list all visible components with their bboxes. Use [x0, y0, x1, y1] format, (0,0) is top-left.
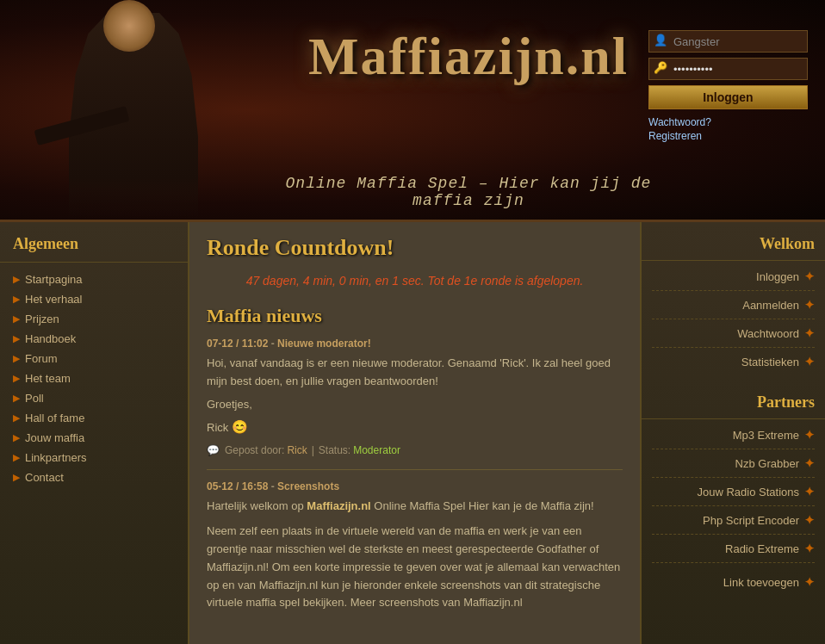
right-item-radio-stations[interactable]: Jouw Radio Stations ✦ — [642, 481, 825, 502]
comment-icon: 💬 — [207, 444, 220, 456]
right-sidebar: Welkom Inloggen ✦ Aanmelden ✦ Wachtwoord… — [640, 222, 825, 644]
arrow-icon: ▶ — [13, 274, 20, 285]
arrow-icon: ▶ — [13, 432, 20, 443]
lock-icon: 🔑 — [654, 61, 669, 77]
site-name: Maffiazijn.nl — [284, 26, 653, 87]
arrow-icon: ▶ — [13, 333, 20, 344]
news-footer-1: 💬 Gepost door: Rick | Status: Moderator — [207, 444, 623, 456]
arrow-icon: ▶ — [13, 472, 20, 483]
right-divider — [652, 449, 815, 449]
news-title: Maffia nieuws — [207, 305, 623, 327]
password-input[interactable] — [673, 63, 794, 76]
right-divider — [652, 562, 815, 563]
sidebar: Algemeen ▶ Startpagina ▶ Het verhaal ▶ P… — [0, 222, 189, 644]
sidebar-item-prijzen[interactable]: ▶ Prijzen — [0, 309, 188, 329]
password-row: 🔑 — [648, 58, 808, 80]
right-item-nzb[interactable]: Nzb Grabber ✦ — [642, 453, 825, 474]
sidebar-item-startpagina[interactable]: ▶ Startpagina — [0, 269, 188, 289]
right-item-mp3[interactable]: Mp3 Extreme ✦ — [642, 424, 825, 445]
main-container: Algemeen ▶ Startpagina ▶ Het verhaal ▶ P… — [0, 222, 825, 644]
site-logo: Maffiazijn.nl — [284, 26, 653, 87]
arrow-icon: ▶ — [13, 353, 20, 364]
partners-section: Partners Mp3 Extreme ✦ Nzb Grabber ✦ Jou… — [642, 389, 825, 592]
username-row: 👤 — [648, 30, 808, 53]
right-item-wachtwoord[interactable]: Wachtwoord ✦ — [642, 323, 825, 344]
right-dot: ✦ — [804, 269, 815, 283]
sidebar-item-jouw-maffia[interactable]: ▶ Jouw maffia — [0, 428, 188, 448]
right-dot: ✦ — [804, 513, 815, 527]
right-item-link-toevoegen[interactable]: Link toevoegen ✦ — [642, 572, 825, 592]
sidebar-item-het-team[interactable]: ▶ Het team — [0, 368, 188, 388]
header: Maffiazijn.nl Online Maffia Spel – Hier … — [0, 0, 825, 222]
news-body-1: Hoi, vanaf vandaag is er een nieuwe mode… — [207, 355, 623, 437]
right-divider — [652, 319, 815, 319]
right-dot: ✦ — [804, 355, 815, 368]
right-item-statistieken[interactable]: Statistieken ✦ — [642, 351, 825, 372]
sidebar-item-contact[interactable]: ▶ Contact — [0, 468, 188, 487]
right-item-php-encoder[interactable]: Php Script Encoder ✦ — [642, 510, 825, 530]
right-dot: ✦ — [804, 485, 815, 498]
right-dot: ✦ — [804, 326, 815, 340]
sidebar-item-het-verhaal[interactable]: ▶ Het verhaal — [0, 289, 188, 309]
right-divider — [652, 477, 815, 478]
figure-head — [103, 0, 155, 52]
right-item-inloggen[interactable]: Inloggen ✦ — [642, 266, 825, 287]
right-dot: ✦ — [804, 456, 815, 470]
sidebar-heading: Algemeen — [0, 231, 188, 263]
arrow-icon: ▶ — [13, 412, 20, 424]
main-content: Ronde Countdown! 47 dagen, 4 min, 0 min,… — [189, 222, 640, 644]
welkom-section: Welkom Inloggen ✦ Aanmelden ✦ Wachtwoord… — [642, 231, 825, 372]
arrow-icon: ▶ — [13, 393, 20, 404]
right-dot: ✦ — [804, 575, 815, 589]
tagline: Online Maffia Spel – Hier kan jij de maf… — [284, 175, 653, 209]
right-divider — [652, 534, 815, 535]
page-title: Ronde Countdown! — [207, 235, 623, 261]
poster-name: Rick — [287, 444, 307, 456]
partners-heading: Partners — [642, 389, 825, 419]
news-date-2: 05-12 / 16:58 - Screenshots — [207, 480, 623, 492]
arrow-icon: ▶ — [13, 313, 20, 325]
login-button[interactable]: Inloggen — [648, 85, 808, 109]
right-item-radio-extreme[interactable]: Radio Extreme ✦ — [642, 538, 825, 559]
login-box: 👤 🔑 Inloggen Wachtwoord? Registreren — [648, 30, 808, 144]
news-item-1: 07-12 / 11:02 - Nieuwe moderator! Hoi, v… — [207, 337, 623, 456]
right-divider — [652, 505, 815, 506]
sidebar-item-hall-of-fame[interactable]: ▶ Hall of fame — [0, 408, 188, 428]
arrow-icon: ▶ — [13, 373, 20, 384]
register-link[interactable]: Registreren — [648, 130, 808, 142]
right-divider — [652, 290, 815, 291]
news-item-2: 05-12 / 16:58 - Screenshots Hartelijk we… — [207, 480, 623, 612]
sidebar-item-forum[interactable]: ▶ Forum — [0, 349, 188, 368]
login-links: Wachtwoord? Registreren — [648, 116, 808, 142]
username-input[interactable] — [673, 35, 794, 48]
news-signature: Rick 😊 — [207, 417, 623, 437]
right-dot: ✦ — [804, 542, 815, 555]
right-divider — [652, 347, 815, 348]
welkom-heading: Welkom — [642, 231, 825, 261]
countdown-text: 47 dagen, 4 min, 0 min, en 1 sec. Tot de… — [207, 274, 623, 288]
sidebar-item-linkpartners[interactable]: ▶ Linkpartners — [0, 448, 188, 468]
arrow-icon: ▶ — [13, 452, 20, 463]
arrow-icon: ▶ — [13, 294, 20, 305]
header-figure — [26, 0, 241, 220]
forgot-password-link[interactable]: Wachtwoord? — [648, 116, 808, 128]
sidebar-item-handboek[interactable]: ▶ Handboek — [0, 329, 188, 349]
poster-role: Moderator — [353, 444, 400, 456]
news-body-2: Hartelijk welkom op Maffiazijn.nl Online… — [207, 498, 623, 612]
news-date-1: 07-12 / 11:02 - Nieuwe moderator! — [207, 337, 623, 350]
user-icon: 👤 — [654, 34, 669, 49]
right-dot: ✦ — [804, 428, 815, 442]
sidebar-item-poll[interactable]: ▶ Poll — [0, 388, 188, 408]
right-item-aanmelden[interactable]: Aanmelden ✦ — [642, 294, 825, 315]
news-separator — [207, 469, 623, 470]
right-dot: ✦ — [804, 298, 815, 312]
